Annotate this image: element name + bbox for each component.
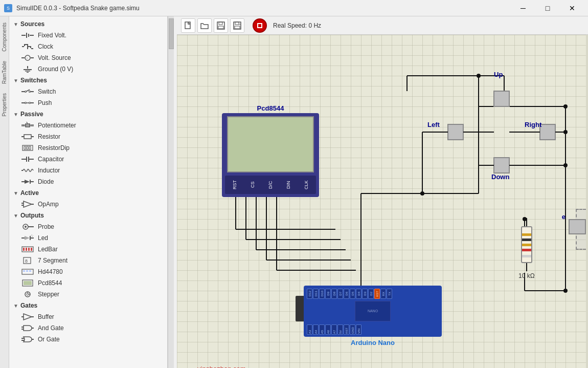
svg-marker-50: [24, 201, 32, 207]
close-button[interactable]: ✕: [560, 0, 584, 16]
item-ledbar[interactable]: LedBar: [17, 244, 167, 255]
stepper-icon: [21, 290, 34, 298]
item-resistordip[interactable]: ResistorDip: [17, 142, 167, 154]
svg-point-77: [27, 293, 29, 295]
speed-label: Real Speed: 0 Hz: [273, 22, 321, 29]
item-7segment[interactable]: 8 7 Segment: [17, 255, 167, 266]
svg-rect-82: [32, 316, 34, 317]
svg-rect-51: [21, 203, 24, 204]
capacitor-label: Capacitor: [38, 156, 64, 163]
item-opamp[interactable]: OpAmp: [17, 199, 167, 210]
passive-arrow: ▼: [13, 112, 18, 117]
pcd8544-pin-dc: D/C: [268, 178, 273, 192]
properties-tab[interactable]: Properties: [1, 89, 8, 121]
stop-button[interactable]: [253, 18, 267, 33]
item-probe[interactable]: Probe: [17, 221, 167, 232]
item-fixed-volt[interactable]: Fixed Volt.: [17, 30, 167, 41]
capacitor-icon: [21, 155, 34, 163]
main-layout: Components RamTable Properties ▼ Sources: [0, 16, 588, 368]
sidebar-scrollbar[interactable]: [168, 16, 174, 368]
section-passive[interactable]: ▼ Passive: [9, 109, 167, 120]
section-gates[interactable]: ▼ Gates: [9, 300, 167, 311]
pcd8544-body: RST CS D/C DIN CLK: [222, 113, 319, 197]
svg-rect-81: [21, 316, 24, 317]
up-label: Up: [494, 71, 503, 78]
switches-arrow: ▼: [13, 78, 18, 83]
clock-label: Clock: [38, 43, 53, 50]
item-switch[interactable]: Switch: [17, 86, 167, 97]
svg-point-21: [25, 91, 27, 93]
window-title: SimulIDE 0.0.3 - Softpedia Snake game.si…: [16, 5, 507, 12]
item-diode[interactable]: Diode: [17, 176, 167, 187]
arduino-label: Arduino Nano: [304, 339, 442, 347]
svg-rect-60: [31, 237, 34, 239]
stepper-label: Stepper: [38, 291, 59, 298]
diode-label: Diode: [38, 178, 54, 185]
svg-rect-16: [24, 69, 32, 70]
ramtable-tab[interactable]: RamTable: [1, 57, 8, 88]
partial-switch: [569, 219, 586, 234]
svg-rect-4: [22, 46, 24, 47]
pcd8544-icon: [21, 279, 34, 287]
svg-point-28: [29, 102, 31, 104]
maximize-button[interactable]: □: [536, 0, 559, 16]
item-resistor[interactable]: Resistor: [17, 131, 167, 142]
potentiometer-label: Potentiometer: [38, 122, 76, 129]
svg-rect-85: [32, 328, 34, 329]
hd44780-label: Hd44780: [38, 268, 63, 275]
section-outputs[interactable]: ▼ Outputs: [9, 210, 167, 221]
item-buffer[interactable]: Buffer: [17, 311, 167, 322]
item-hd44780[interactable]: Hd44780: [17, 266, 167, 277]
svg-rect-52: [21, 205, 24, 206]
item-potentiometer[interactable]: Potentiometer: [17, 120, 167, 131]
pcd8544-label: Pcd8544: [38, 279, 62, 287]
item-stepper[interactable]: Stepper: [17, 289, 167, 300]
svg-rect-86: [21, 338, 24, 339]
opamp-icon: [21, 200, 34, 208]
volt-source-icon: ~: [21, 54, 34, 62]
down-label: Down: [491, 173, 509, 181]
svg-rect-73: [29, 270, 31, 272]
right-label: Right: [525, 121, 541, 128]
minimize-button[interactable]: ─: [511, 0, 535, 16]
svg-rect-46: [21, 181, 25, 182]
save-button[interactable]: [214, 18, 228, 33]
item-pcd8544[interactable]: Pcd8544: [17, 277, 167, 289]
item-inductor[interactable]: Inductor: [17, 165, 167, 176]
item-or-gate[interactable]: Or Gate: [17, 334, 167, 345]
canvas-scroll[interactable]: Pcd8544 RST CS D/C DIN CLK Up Left: [177, 35, 588, 368]
pcd8544-pin-rst: RST: [232, 178, 237, 192]
svg-point-140: [420, 191, 424, 196]
item-led[interactable]: Led: [17, 232, 167, 244]
arduino-body: D12 D11 D10 D9 D: [304, 286, 442, 337]
svg-rect-59: [21, 237, 25, 239]
new-button[interactable]: [181, 18, 195, 33]
section-switches[interactable]: ▼ Switches: [9, 75, 167, 86]
section-sources[interactable]: ▼ Sources: [9, 18, 167, 30]
svg-rect-122: [448, 124, 463, 140]
resistor-label: Resistor: [38, 133, 60, 140]
buffer-label: Buffer: [38, 313, 54, 320]
item-ground[interactable]: Ground (0 V): [17, 63, 167, 75]
svg-rect-35: [24, 135, 31, 139]
svg-rect-87: [21, 340, 24, 341]
sidebar-scroll-thumb[interactable]: [169, 18, 174, 49]
sources-arrow: ▼: [13, 21, 18, 27]
open-button[interactable]: [197, 18, 212, 33]
item-capacitor[interactable]: Capacitor: [17, 154, 167, 165]
svg-rect-32: [31, 124, 34, 126]
item-clock[interactable]: Clock: [17, 41, 167, 52]
item-push[interactable]: Push: [17, 97, 167, 109]
inductor-label: Inductor: [38, 167, 60, 174]
pcd8544-pins: RST CS D/C DIN CLK: [225, 176, 316, 194]
sidebar-scroll[interactable]: ▼ Sources Fixed Volt.: [9, 16, 167, 368]
probe-icon: [21, 223, 34, 231]
item-volt-source[interactable]: ~ Volt. Source: [17, 52, 167, 63]
saveas-button[interactable]: +: [230, 18, 244, 33]
ground-icon: [21, 65, 34, 73]
section-active[interactable]: ▼ Active: [9, 187, 167, 199]
item-and-gate[interactable]: And Gate: [17, 322, 167, 334]
svg-rect-128: [540, 124, 555, 140]
clock-icon: [21, 42, 34, 51]
components-tab[interactable]: Components: [1, 18, 8, 56]
